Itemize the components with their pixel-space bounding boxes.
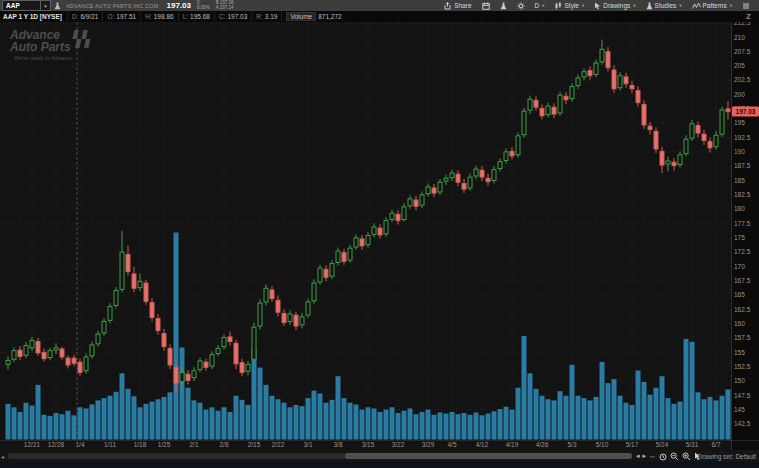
volume-bar — [666, 398, 671, 439]
candle — [672, 162, 676, 165]
volume-bar — [270, 396, 275, 440]
volume-bar — [516, 388, 521, 440]
volume-bar — [708, 397, 713, 440]
price-tick-label: 200 — [734, 91, 745, 98]
candle — [432, 188, 436, 193]
candle — [300, 317, 304, 325]
volume-bar — [414, 414, 419, 439]
watermark-tagline: We're ready to Advance. — [14, 55, 74, 61]
pan-right-icon[interactable]: ▸ — [642, 450, 646, 462]
volume-bar — [390, 407, 395, 439]
studies-button[interactable]: Studies▾ — [642, 0, 686, 11]
volume-bar — [498, 409, 503, 439]
price-tick-label: 142.5 — [734, 420, 751, 427]
volume-bar — [42, 415, 47, 440]
candle — [486, 178, 490, 181]
candle — [258, 303, 262, 326]
candle — [102, 321, 106, 332]
candle — [120, 252, 124, 289]
volume-bar — [6, 404, 11, 440]
gear-icon[interactable] — [513, 0, 529, 11]
candle — [246, 364, 250, 371]
analyze-flask-icon[interactable] — [54, 2, 61, 10]
scroll-left-icon[interactable]: ◂ — [1, 450, 4, 462]
top-toolbar: AAP ▾ ADVANCE AUTO PARTS INC COM 197.03 … — [0, 0, 759, 11]
candle — [474, 169, 478, 176]
volume-bar — [720, 396, 725, 440]
candle — [702, 134, 706, 140]
volume-bar — [438, 412, 443, 439]
corner-z-icon[interactable]: Z — [746, 11, 751, 22]
volume-bar — [426, 410, 431, 440]
volume-bar — [180, 348, 185, 440]
candle — [660, 151, 664, 165]
price-tick-label: 155 — [734, 349, 745, 356]
share-button[interactable]: Share — [440, 0, 475, 11]
volume-bar — [36, 385, 41, 440]
candle — [402, 207, 406, 220]
volume-bar — [12, 407, 17, 439]
volume-bar — [726, 389, 731, 439]
patterns-button[interactable]: Patterns▾ — [688, 0, 736, 11]
window-bottom-edge — [0, 462, 759, 468]
timeframe-button[interactable]: D▾ — [531, 0, 549, 11]
candle — [720, 110, 724, 134]
time-scrollbar-thumb[interactable] — [345, 453, 632, 459]
candle — [156, 319, 160, 331]
watermark-line2: Auto Parts — [9, 40, 71, 54]
volume-bar — [24, 403, 29, 440]
candle — [84, 357, 88, 371]
volume-bar — [72, 415, 77, 439]
price-tick-label: 180 — [734, 205, 745, 212]
menu-hamburger-icon[interactable] — [738, 0, 754, 11]
flask-icon[interactable] — [496, 0, 511, 11]
volume-label: Volume — [286, 12, 316, 21]
volume-bar — [264, 385, 269, 440]
drawings-button[interactable]: Drawings▾ — [590, 0, 639, 11]
volume-bar — [294, 405, 299, 440]
drawing-set-selector[interactable]: Drawing set: Default — [697, 450, 756, 462]
candle — [78, 362, 82, 372]
candle — [666, 161, 670, 164]
field-high: H: 198.86 — [140, 12, 177, 21]
candle — [228, 337, 232, 342]
fit-width-icon[interactable]: ↔ — [649, 450, 656, 462]
chart-title: AAP 1 Y 1D [NYSE] — [0, 13, 67, 20]
date-tick-label: 12/21 — [24, 441, 41, 448]
volume-bar — [660, 376, 665, 439]
volume-value: 871,272 — [318, 13, 342, 20]
candle — [696, 126, 700, 133]
volume-bar — [78, 407, 83, 439]
candle — [480, 170, 484, 177]
volume-bar — [48, 416, 53, 440]
time-scrollbar-track[interactable] — [8, 453, 632, 459]
date-tick-label: 2/8 — [219, 441, 228, 448]
volume-bar — [138, 407, 143, 439]
candle — [348, 248, 352, 260]
candle — [186, 374, 190, 380]
style-button[interactable]: Style▾ — [550, 0, 588, 11]
calendar-icon[interactable] — [478, 0, 494, 11]
price-tick-label: 172.5 — [734, 248, 751, 255]
candle — [690, 124, 694, 138]
date-tick-label: 3/1 — [303, 441, 312, 448]
pan-left-icon[interactable]: ◂ — [636, 450, 640, 462]
volume-bar — [90, 404, 95, 439]
candle — [648, 126, 652, 129]
volume-bar — [198, 403, 203, 440]
symbol-input[interactable]: AAP ▾ — [2, 0, 51, 11]
volume-bar — [606, 383, 611, 439]
bid-ask-stack: B 197.06 A 197.14 — [216, 1, 234, 10]
candle — [18, 350, 22, 356]
candle — [390, 213, 394, 219]
date-tick-label: 4/12 — [476, 441, 489, 448]
price-tick-label: 187.5 — [734, 162, 751, 169]
candle — [60, 349, 64, 357]
volume-bar — [276, 399, 281, 439]
symbol-dropdown-icon[interactable]: ▾ — [40, 1, 50, 10]
chart-canvas[interactable]: 142.5145147.5150152.5155157.5160162.5165… — [0, 22, 759, 450]
volume-bar — [216, 411, 221, 440]
price-axis-labels[interactable]: 142.5145147.5150152.5155157.5160162.5165… — [734, 22, 751, 427]
price-tick-label: 205 — [734, 62, 745, 69]
symbol-value[interactable]: AAP — [3, 2, 40, 9]
